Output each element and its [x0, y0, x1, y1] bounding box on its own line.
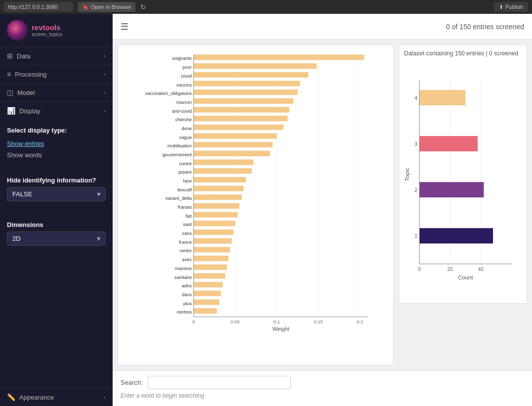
appearance-icon: ✏️	[7, 393, 15, 401]
svg-rect-82	[419, 136, 478, 151]
appearance-chevron: ‹	[104, 394, 106, 400]
app-container: revtools screen_topics ⊞ Data ‹ ≡ Proces…	[0, 14, 532, 406]
svg-rect-27	[194, 125, 284, 130]
search-row: Search:	[121, 376, 524, 389]
svg-rect-41	[194, 186, 244, 191]
processing-icon: ≡	[7, 70, 11, 78]
svg-rect-35	[194, 159, 253, 165]
svg-text:0: 0	[192, 319, 195, 324]
hide-info-select-wrapper: FALSE TRUE ▼	[7, 187, 106, 201]
svg-text:Weight: Weight	[272, 326, 289, 332]
logo-text: revtools screen_topics	[32, 23, 62, 37]
svg-text:franais: franais	[178, 205, 192, 210]
dimensions-select[interactable]: 2D 3D	[7, 231, 106, 246]
svg-rect-37	[194, 168, 252, 174]
svg-text:vague: vague	[179, 135, 192, 140]
sidebar-item-processing[interactable]: ≡ Processing ‹	[0, 65, 113, 83]
model-icon: ◫	[7, 89, 13, 96]
display-type-title: Select display type:	[7, 127, 106, 134]
logo-icon	[7, 20, 28, 41]
publish-icon: ⬆	[499, 4, 503, 10]
svg-rect-19	[194, 90, 298, 95]
svg-text:mobilisation: mobilisation	[167, 143, 192, 148]
hide-info-select[interactable]: FALSE TRUE	[7, 187, 106, 201]
browser-bar: http://127.0.0.1:3080 🔖 Open in Browser …	[0, 0, 532, 14]
svg-text:dans: dans	[182, 292, 192, 297]
svg-rect-17	[194, 81, 300, 86]
svg-text:2: 2	[414, 187, 417, 193]
search-area: Search: Enter a word to begin searching	[113, 370, 532, 406]
svg-rect-84	[419, 182, 484, 197]
dimensions-label: Dimensions	[7, 221, 106, 228]
svg-rect-15	[194, 72, 308, 78]
svg-rect-67	[194, 299, 219, 305]
svg-rect-29	[194, 133, 277, 138]
svg-rect-61	[194, 273, 225, 278]
sidebar-item-data[interactable]: ⊞ Data ‹	[0, 46, 113, 65]
svg-text:3: 3	[414, 141, 417, 147]
display-type-section: Select display type: Show entries Show w…	[0, 120, 113, 165]
svg-rect-13	[194, 63, 317, 69]
show-entries-option[interactable]: Show entries	[7, 139, 106, 150]
svg-text:avec: avec	[182, 257, 192, 262]
svg-rect-69	[194, 308, 217, 314]
entries-count: 0 of 150 entries screened	[446, 23, 524, 31]
svg-text:Topic: Topic	[404, 168, 410, 181]
svg-text:pour: pour	[183, 65, 192, 70]
tab-icon: 🔖	[82, 4, 89, 10]
svg-text:face: face	[183, 179, 192, 183]
svg-rect-57	[194, 256, 229, 261]
svg-rect-65	[194, 291, 221, 296]
svg-text:macron: macron	[176, 100, 192, 105]
svg-rect-21	[194, 98, 293, 104]
svg-text:sans: sans	[182, 231, 192, 236]
main-content: ☰ 0 of 150 entries screened 00.050.10.15…	[113, 14, 532, 406]
svg-rect-45	[194, 203, 240, 209]
svg-rect-51	[194, 229, 234, 235]
search-label: Search:	[121, 379, 143, 386]
sidebar-item-appearance[interactable]: ✏️ Appearance ‹	[0, 388, 113, 406]
hide-info-label: Hide identifying information?	[7, 177, 106, 184]
svg-text:0: 0	[418, 267, 421, 272]
svg-text:fait: fait	[186, 214, 192, 219]
search-input[interactable]	[148, 376, 291, 389]
svg-text:Count: Count	[458, 274, 473, 280]
svg-rect-33	[194, 151, 270, 156]
svg-text:prpare: prpare	[178, 170, 192, 175]
svg-rect-11	[194, 54, 364, 60]
svg-text:gouvernement: gouvernement	[163, 152, 192, 157]
svg-rect-23	[194, 107, 289, 112]
svg-text:0.2: 0.2	[357, 319, 363, 324]
sidebar-item-model[interactable]: ◫ Model ‹	[0, 83, 113, 101]
svg-text:0.1: 0.1	[274, 319, 280, 324]
sidebar-item-model-label: Model	[17, 89, 35, 96]
refresh-icon[interactable]: ↻	[140, 3, 146, 11]
publish-button[interactable]: ⬆ Publish	[494, 2, 528, 12]
sidebar-item-display[interactable]: 📊 Display ‹	[0, 101, 113, 120]
model-chevron: ‹	[104, 90, 106, 95]
browser-url[interactable]: http://127.0.0.1:3080	[4, 2, 73, 12]
display-chevron: ‹	[104, 108, 106, 114]
svg-text:rentre: rentre	[180, 248, 192, 253]
svg-rect-63	[194, 282, 223, 287]
bar-chart-svg: 00.050.10.150.2soignantspourcovidvaccins…	[123, 50, 388, 335]
dimensions-select-wrapper: 2D 3D ▼	[7, 231, 106, 246]
dimensions-section: Dimensions 2D 3D ▼	[0, 209, 113, 254]
sidebar-item-processing-label: Processing	[15, 71, 46, 78]
sidebar-item-display-label: Display	[19, 107, 41, 115]
svg-text:plus: plus	[183, 301, 192, 306]
logo-title: revtools	[32, 23, 62, 32]
bar-chart-panel: 00.050.10.150.2soignantspourcovidvaccins…	[118, 45, 394, 365]
svg-rect-59	[194, 265, 227, 270]
svg-text:vaccins: vaccins	[176, 83, 192, 88]
svg-text:cherche: cherche	[175, 117, 192, 122]
svg-text:contre: contre	[179, 161, 192, 166]
charts-area: 00.050.10.150.2soignantspourcovidvaccins…	[113, 40, 532, 370]
show-words-option[interactable]: Show words	[7, 150, 106, 162]
sidebar: revtools screen_topics ⊞ Data ‹ ≡ Proces…	[0, 14, 113, 406]
processing-chevron: ‹	[104, 71, 106, 77]
svg-rect-80	[419, 90, 465, 105]
menu-icon[interactable]: ☰	[121, 21, 128, 32]
svg-rect-55	[194, 247, 230, 252]
logo-subtitle: screen_topics	[32, 32, 62, 37]
